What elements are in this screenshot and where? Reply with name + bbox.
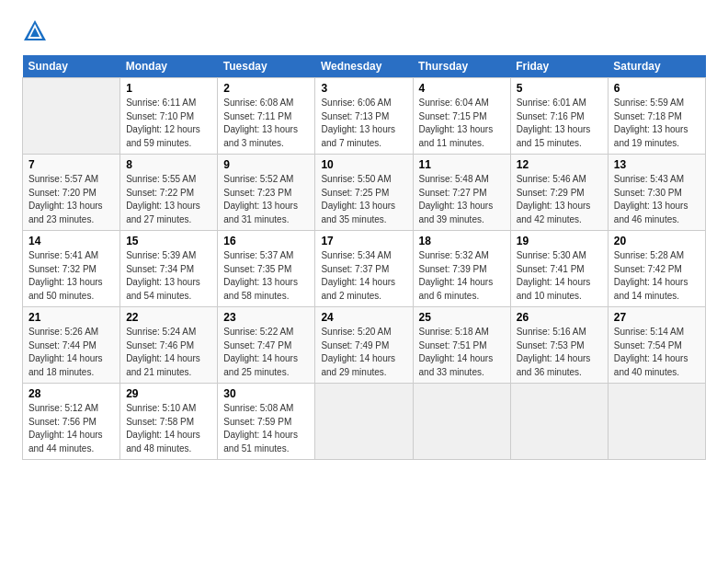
header [22, 18, 706, 44]
day-info: Sunrise: 5:43 AMSunset: 7:30 PMDaylight:… [614, 173, 700, 226]
calendar-cell: 29Sunrise: 5:10 AMSunset: 7:58 PMDayligh… [120, 384, 218, 460]
day-number: 10 [321, 158, 406, 171]
calendar-week-4: 21Sunrise: 5:26 AMSunset: 7:44 PMDayligh… [23, 307, 706, 384]
calendar-cell: 2Sunrise: 6:08 AMSunset: 7:11 PMDaylight… [218, 78, 315, 155]
calendar-cell [608, 384, 705, 460]
calendar-cell: 25Sunrise: 5:18 AMSunset: 7:51 PMDayligh… [413, 307, 510, 384]
logo-icon [22, 18, 48, 44]
calendar-cell [510, 384, 608, 460]
calendar-cell: 27Sunrise: 5:14 AMSunset: 7:54 PMDayligh… [608, 307, 705, 384]
day-info: Sunrise: 6:04 AMSunset: 7:15 PMDaylight:… [419, 97, 505, 150]
day-info: Sunrise: 6:08 AMSunset: 7:11 PMDaylight:… [223, 97, 309, 150]
calendar-table: SundayMondayTuesdayWednesdayThursdayFrid… [22, 55, 706, 460]
day-info: Sunrise: 5:16 AMSunset: 7:53 PMDaylight:… [517, 326, 602, 379]
day-info: Sunrise: 5:18 AMSunset: 7:51 PMDaylight:… [419, 326, 505, 379]
day-info: Sunrise: 6:06 AMSunset: 7:13 PMDaylight:… [321, 97, 406, 150]
day-info: Sunrise: 5:28 AMSunset: 7:42 PMDaylight:… [614, 249, 700, 303]
calendar-cell: 17Sunrise: 5:34 AMSunset: 7:37 PMDayligh… [315, 231, 413, 307]
calendar-header-row: SundayMondayTuesdayWednesdayThursdayFrid… [23, 55, 706, 78]
page: SundayMondayTuesdayWednesdayThursdayFrid… [0, 0, 728, 563]
day-number: 13 [614, 158, 700, 171]
calendar-cell: 22Sunrise: 5:24 AMSunset: 7:46 PMDayligh… [120, 307, 218, 384]
day-number: 15 [126, 235, 211, 247]
calendar-cell: 26Sunrise: 5:16 AMSunset: 7:53 PMDayligh… [510, 307, 608, 384]
day-number: 4 [419, 82, 505, 95]
day-info: Sunrise: 5:08 AMSunset: 7:59 PMDaylight:… [223, 402, 309, 455]
col-header-saturday: Saturday [608, 55, 705, 78]
day-info: Sunrise: 5:34 AMSunset: 7:37 PMDaylight:… [321, 249, 406, 303]
day-info: Sunrise: 5:46 AMSunset: 7:29 PMDaylight:… [517, 173, 602, 226]
calendar-cell: 10Sunrise: 5:50 AMSunset: 7:25 PMDayligh… [315, 155, 413, 231]
day-number: 24 [321, 311, 406, 324]
col-header-wednesday: Wednesday [315, 55, 413, 78]
day-info: Sunrise: 5:37 AMSunset: 7:35 PMDaylight:… [223, 249, 309, 303]
col-header-monday: Monday [120, 55, 218, 78]
day-number: 17 [321, 235, 406, 247]
day-number: 1 [126, 82, 211, 95]
day-info: Sunrise: 5:26 AMSunset: 7:44 PMDaylight:… [28, 326, 114, 379]
day-number: 28 [28, 387, 114, 400]
day-number: 30 [223, 387, 309, 400]
day-number: 27 [614, 311, 700, 324]
day-number: 29 [126, 387, 211, 400]
logo [22, 18, 51, 44]
day-number: 2 [223, 82, 309, 95]
day-number: 14 [28, 235, 114, 247]
calendar-cell: 7Sunrise: 5:57 AMSunset: 7:20 PMDaylight… [23, 155, 120, 231]
calendar-cell: 24Sunrise: 5:20 AMSunset: 7:49 PMDayligh… [315, 307, 413, 384]
day-info: Sunrise: 5:14 AMSunset: 7:54 PMDaylight:… [614, 326, 700, 379]
day-info: Sunrise: 5:10 AMSunset: 7:58 PMDaylight:… [126, 402, 211, 455]
day-number: 20 [614, 235, 700, 247]
calendar-cell: 21Sunrise: 5:26 AMSunset: 7:44 PMDayligh… [23, 307, 120, 384]
day-number: 26 [517, 311, 602, 324]
calendar-cell: 13Sunrise: 5:43 AMSunset: 7:30 PMDayligh… [608, 155, 705, 231]
day-number: 8 [126, 158, 211, 171]
calendar-cell [23, 78, 120, 155]
day-number: 9 [223, 158, 309, 171]
day-info: Sunrise: 5:57 AMSunset: 7:20 PMDaylight:… [28, 173, 114, 226]
day-info: Sunrise: 5:30 AMSunset: 7:41 PMDaylight:… [517, 249, 602, 303]
calendar-cell: 11Sunrise: 5:48 AMSunset: 7:27 PMDayligh… [413, 155, 510, 231]
day-number: 18 [419, 235, 505, 247]
day-info: Sunrise: 5:32 AMSunset: 7:39 PMDaylight:… [419, 249, 505, 303]
calendar-cell: 28Sunrise: 5:12 AMSunset: 7:56 PMDayligh… [23, 384, 120, 460]
day-info: Sunrise: 6:01 AMSunset: 7:16 PMDaylight:… [517, 97, 602, 150]
col-header-tuesday: Tuesday [218, 55, 315, 78]
day-info: Sunrise: 5:59 AMSunset: 7:18 PMDaylight:… [614, 97, 700, 150]
day-info: Sunrise: 5:39 AMSunset: 7:34 PMDaylight:… [126, 249, 211, 303]
calendar-cell: 19Sunrise: 5:30 AMSunset: 7:41 PMDayligh… [510, 231, 608, 307]
day-number: 19 [517, 235, 602, 247]
day-number: 12 [517, 158, 602, 171]
day-number: 5 [517, 82, 602, 95]
calendar-week-3: 14Sunrise: 5:41 AMSunset: 7:32 PMDayligh… [23, 231, 706, 307]
col-header-sunday: Sunday [23, 55, 120, 78]
calendar-cell: 6Sunrise: 5:59 AMSunset: 7:18 PMDaylight… [608, 78, 705, 155]
calendar-cell: 30Sunrise: 5:08 AMSunset: 7:59 PMDayligh… [218, 384, 315, 460]
calendar-cell: 1Sunrise: 6:11 AMSunset: 7:10 PMDaylight… [120, 78, 218, 155]
day-number: 22 [126, 311, 211, 324]
calendar-cell: 9Sunrise: 5:52 AMSunset: 7:23 PMDaylight… [218, 155, 315, 231]
calendar-cell: 20Sunrise: 5:28 AMSunset: 7:42 PMDayligh… [608, 231, 705, 307]
day-number: 7 [28, 158, 114, 171]
day-info: Sunrise: 5:48 AMSunset: 7:27 PMDaylight:… [419, 173, 505, 226]
day-info: Sunrise: 5:24 AMSunset: 7:46 PMDaylight:… [126, 326, 211, 379]
day-number: 23 [223, 311, 309, 324]
day-info: Sunrise: 5:20 AMSunset: 7:49 PMDaylight:… [321, 326, 406, 379]
day-info: Sunrise: 5:52 AMSunset: 7:23 PMDaylight:… [223, 173, 309, 226]
calendar-week-2: 7Sunrise: 5:57 AMSunset: 7:20 PMDaylight… [23, 155, 706, 231]
calendar-week-5: 28Sunrise: 5:12 AMSunset: 7:56 PMDayligh… [23, 384, 706, 460]
day-info: Sunrise: 5:41 AMSunset: 7:32 PMDaylight:… [28, 249, 114, 303]
calendar-cell: 14Sunrise: 5:41 AMSunset: 7:32 PMDayligh… [23, 231, 120, 307]
col-header-friday: Friday [510, 55, 608, 78]
calendar-cell: 5Sunrise: 6:01 AMSunset: 7:16 PMDaylight… [510, 78, 608, 155]
calendar-cell: 3Sunrise: 6:06 AMSunset: 7:13 PMDaylight… [315, 78, 413, 155]
day-number: 3 [321, 82, 406, 95]
calendar-cell: 8Sunrise: 5:55 AMSunset: 7:22 PMDaylight… [120, 155, 218, 231]
day-info: Sunrise: 5:12 AMSunset: 7:56 PMDaylight:… [28, 402, 114, 455]
day-info: Sunrise: 5:22 AMSunset: 7:47 PMDaylight:… [223, 326, 309, 379]
day-info: Sunrise: 6:11 AMSunset: 7:10 PMDaylight:… [126, 97, 211, 150]
day-info: Sunrise: 5:50 AMSunset: 7:25 PMDaylight:… [321, 173, 406, 226]
calendar-cell [413, 384, 510, 460]
day-number: 21 [28, 311, 114, 324]
calendar-cell [315, 384, 413, 460]
